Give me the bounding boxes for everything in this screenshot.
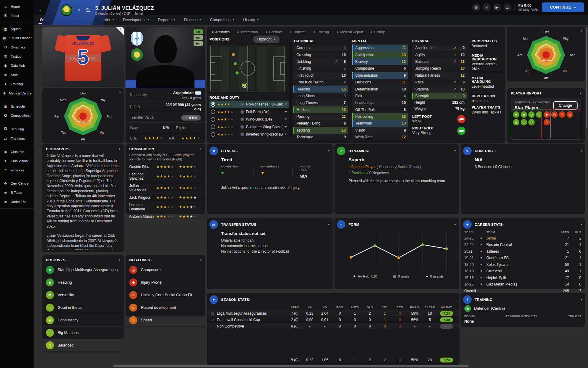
sidebar-item-data-hub[interactable]: ◉Data Hub — [0, 61, 34, 70]
role-option[interactable]: ★★★★★iWing-Back (De)▼ — [209, 116, 289, 123]
comparison-row[interactable]: Lorenzo Doumeng★★★★★★★★★★ — [126, 201, 205, 213]
fmz-icon[interactable]: Z — [503, 3, 511, 11]
club-cycle-buttons[interactable]: ▲▼ — [78, 8, 80, 12]
role-option[interactable]: ★★★★★★iInverted Wing-Back (De)▼ — [209, 131, 289, 138]
svg-text:Men: Men — [523, 37, 529, 40]
highlight-dropdown[interactable]: Highlight▾ — [253, 36, 280, 43]
collapse-caret-icon[interactable]: ▾ — [580, 223, 582, 226]
sidebar-item-staff[interactable]: ☻Staff — [0, 70, 34, 79]
tab-reports[interactable]: Reports▼ — [154, 15, 179, 25]
team-link[interactable]: Xolos Tijuana — [486, 263, 553, 267]
dob-value: 23/10/1990 (34 years old) — [163, 103, 201, 111]
team-link[interactable]: Talleres — [486, 249, 553, 254]
search-icon[interactable] — [86, 8, 90, 12]
sidebar-item-club-vision[interactable]: ✦Club Vision — [0, 156, 34, 166]
nationality-value[interactable]: Argentinian — [173, 91, 194, 95]
sidebar-item-transfers[interactable]: ⇄Transfers — [0, 134, 34, 143]
team-link[interactable]: Rosario Central — [486, 243, 553, 247]
sidebar-item-competitions[interactable]: ✪Competitions — [0, 111, 34, 120]
change-button[interactable]: Change — [553, 101, 578, 110]
transfer-instruction: No instructions for the Director of Foot… — [221, 249, 328, 254]
sidebar-item-squad[interactable]: ▦Squad — [0, 24, 34, 33]
sidebar-item-medical-centre[interactable]: ✚Medical Centre — [0, 89, 34, 98]
video-icon[interactable]: ▶ — [493, 3, 501, 11]
collapse-caret-icon[interactable]: ▾ — [580, 92, 581, 95]
collapse-caret-icon[interactable]: ▾ — [119, 259, 120, 262]
condition-heart-icon: ♥ — [221, 170, 245, 175]
club-crest-icon[interactable] — [61, 4, 72, 16]
team-link[interactable]: Cruz Azul — [486, 269, 553, 273]
info-icon[interactable]: i — [240, 117, 244, 121]
info-icon[interactable]: i — [240, 132, 244, 136]
comparison-row[interactable]: Facundo Sánchez★★★★★★★★★★★★ — [126, 171, 205, 182]
sidebar-item-inbox[interactable]: ✉Inbox — [0, 11, 34, 20]
comparison-row[interactable]: Julián Velázquez★★★★★★★★★★★★ — [126, 182, 205, 194]
horizontal-scrollbar[interactable] — [113, 365, 469, 367]
role-option[interactable]: ★★★★★★iComplete Wing-Back (Su)▼ — [209, 123, 289, 131]
collapse-caret-icon[interactable]: ▾ — [200, 148, 202, 151]
team-link[interactable]: Hajduk Split — [486, 276, 553, 280]
continue-button[interactable]: CONTINUE » — [542, 2, 584, 12]
sidebar-item-training[interactable]: ▲Training — [0, 79, 34, 89]
subtab-transfer[interactable]: Transfer — [290, 30, 306, 34]
season-totals-row: 9 (0)0,231,050122058%237,26 — [207, 357, 459, 363]
social-icon[interactable]: ◍ — [472, 3, 480, 11]
collapse-caret-icon[interactable]: ▾ — [200, 259, 202, 262]
info-icon[interactable]: i — [240, 102, 244, 106]
subtab-contract[interactable]: Contract — [266, 30, 282, 34]
sidebar-item-home[interactable]: ⌂Home — [0, 2, 34, 11]
vertical-scrollbar[interactable] — [586, 27, 587, 128]
sidebar-item-b-team[interactable]: ☻B Team — [0, 188, 34, 197]
career-row: 15-16Hajduk Split170 — [461, 274, 585, 281]
collapse-caret-icon[interactable]: ▾ — [119, 148, 120, 151]
forward-button[interactable]: → — [50, 7, 55, 13]
sidebar-item-squad-planner[interactable]: ▤Squad Planner — [0, 33, 34, 43]
comparison-row[interactable]: Jack Kingdon★★★★★★★★★★ — [126, 194, 205, 201]
role-option[interactable]: ★★★★★★iFull-Back (De)▼ — [209, 108, 289, 116]
game-date-value: 30 May 2025 — [518, 8, 538, 12]
sidebar-item-scouting[interactable]: Scouting — [0, 124, 34, 134]
collapse-caret-icon[interactable]: ▾ — [119, 91, 121, 94]
comparison-row[interactable]: Antonin Marsin★★★★★★★★★★★ — [126, 213, 205, 220]
back-button[interactable]: ← — [39, 7, 44, 13]
contract-line: 3 Bonuses / 0 Clauses — [475, 165, 581, 169]
staff-icon: ☻ — [3, 73, 8, 77]
role-option[interactable]: ★★★★★★iNo-Nonsense Full-Back (...▼ — [209, 101, 289, 108]
collapse-caret-icon[interactable]: ▾ — [454, 223, 456, 226]
collapse-caret-icon[interactable]: ▾ — [580, 29, 582, 33]
sidebar-item-dynamics[interactable]: ↻Dynamics — [0, 43, 34, 52]
help-icon[interactable]: ? — [483, 3, 491, 11]
sidebar-item-dev-centre[interactable]: ❖Dev. Centre — [0, 179, 34, 188]
info-icon[interactable]: i — [240, 110, 244, 114]
collapse-caret-icon[interactable]: ▾ — [328, 149, 330, 152]
tab-history[interactable]: History▼ — [239, 15, 263, 25]
sidebar-item-schedule[interactable]: ▣Schedule — [0, 102, 34, 111]
sidebar-item-finances[interactable]: ¤Finances — [0, 166, 34, 175]
collapse-caret-icon[interactable]: ▾ — [454, 149, 456, 152]
subtab-attributes[interactable]: Attributes — [212, 30, 229, 34]
collapse-caret-icon[interactable]: ▾ — [580, 149, 582, 152]
collapse-caret-icon[interactable]: ▾ — [580, 298, 582, 301]
comparison-row[interactable]: Gastón Díaz★★★★★★★★★★ — [126, 163, 205, 171]
info-icon[interactable]: i — [240, 125, 244, 129]
sidebar-item-tactics[interactable]: ▥Tactics — [0, 52, 34, 61]
collapse-caret-icon[interactable]: ▾ — [328, 223, 330, 226]
subtab-information[interactable]: Information — [237, 30, 258, 34]
sidebar-item-club-info[interactable]: ◆Club Info — [0, 147, 34, 156]
subtab-history[interactable]: History — [371, 30, 385, 34]
attribute-row: Long Shots3 — [293, 93, 348, 99]
subtab-medical-report[interactable]: Medical Report — [337, 30, 363, 34]
attribute-row: Concentration9 — [352, 72, 408, 79]
transfer-value-pill[interactable]: •0 Kc — [181, 115, 201, 121]
collapse-corner-button[interactable]: ▾ — [116, 27, 124, 35]
tab-development[interactable]: Development▼ — [119, 15, 153, 25]
svg-text:Tec: Tec — [61, 131, 66, 134]
tab-discuss[interactable]: Discuss▼ — [180, 15, 205, 25]
tab-comparison[interactable]: Comparison▼ — [206, 15, 238, 25]
subtab-training[interactable]: Training — [314, 30, 329, 34]
shield-icon: ◆ — [3, 150, 8, 154]
team-link[interactable]: Querétaro FC — [486, 256, 553, 260]
team-link[interactable]: Gaz Metan Mediaş — [486, 282, 553, 286]
sidebar-item-under-18s[interactable]: ☻Under 18s — [0, 197, 34, 206]
team-link[interactable]: Jenlai — [486, 236, 553, 240]
